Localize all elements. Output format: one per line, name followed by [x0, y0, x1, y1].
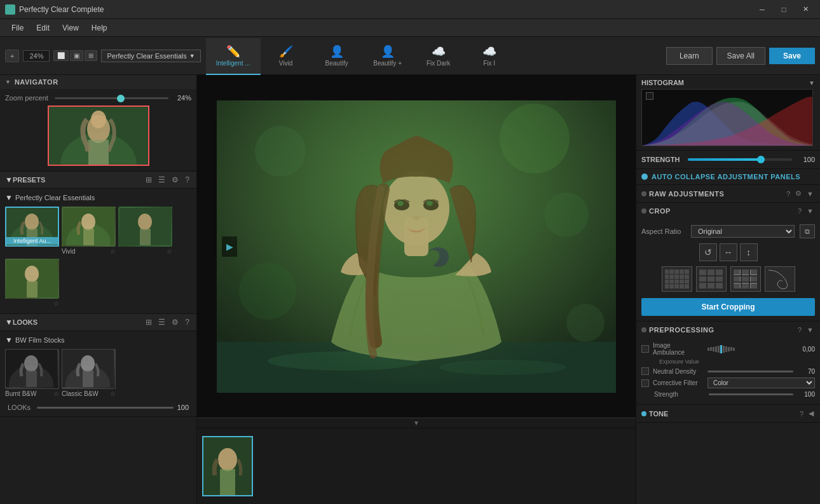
left-arrow-button[interactable]: ▶ — [222, 236, 237, 257]
crop-grid-1[interactable] — [662, 266, 692, 292]
save-button[interactable]: Save — [769, 48, 815, 64]
raw-adj-expand[interactable]: ▼ — [805, 189, 815, 198]
learn-button[interactable]: Learn — [666, 47, 713, 65]
crop-aspect-label: Aspect Ratio — [641, 228, 686, 235]
preset-item-intelligent[interactable]: Intelligent Au... — [5, 207, 59, 256]
menu-help[interactable]: Help — [85, 21, 114, 35]
filmstrip-thumb-1[interactable] — [202, 436, 253, 496]
looks-slider[interactable] — [37, 407, 174, 409]
look-item-burnt[interactable]: Burnt B&W ☆ — [5, 349, 59, 398]
add-button[interactable]: + — [5, 50, 19, 62]
start-cropping-button[interactable]: Start Cropping — [641, 298, 815, 316]
preset-star-1[interactable]: ☆ — [110, 248, 116, 255]
tab-vivid[interactable]: 🖌️ Vivid — [261, 38, 311, 75]
preset-item-4[interactable]: ☆ — [5, 259, 59, 308]
preproc-cf-select[interactable]: Color B&W — [707, 378, 815, 388]
minimize-button[interactable]: ─ — [753, 2, 772, 17]
looks-list-view[interactable]: ☰ — [156, 317, 167, 327]
menu-file[interactable]: File — [5, 21, 30, 35]
preset-item-vivid[interactable]: Vivid ☆ — [62, 207, 116, 256]
maximize-button[interactable]: □ — [774, 2, 793, 17]
menu-view[interactable]: View — [56, 21, 85, 35]
look-label-row-classic: Classic B&W ☆ — [62, 389, 116, 398]
save-all-button[interactable]: Save All — [716, 47, 765, 65]
preproc-nd-value: 70 — [797, 368, 815, 375]
tab-intelligent[interactable]: ✏️ Intelligent ... — [206, 38, 261, 75]
looks-help[interactable]: ? — [183, 317, 191, 327]
strength-fill — [688, 158, 761, 161]
crop-help[interactable]: ? — [796, 207, 803, 215]
presets-list-view[interactable]: ☰ — [156, 175, 167, 185]
looks-toggle[interactable]: ▼ — [5, 318, 13, 327]
raw-adjustments-header[interactable]: RAW ADJUSTMENTS ? ⚙ ▼ — [636, 185, 820, 202]
preset-item-3[interactable]: ☆ — [118, 207, 172, 256]
preprocessing-header[interactable]: PREPROCESSING ? ▼ — [636, 322, 820, 338]
auto-collapse-row[interactable]: AUTO COLLAPSE ADJUSTMENT PANELS — [636, 169, 820, 185]
look-item-classic[interactable]: Classic B&W ☆ — [62, 349, 116, 398]
tone-expand[interactable]: ◀ — [807, 409, 815, 418]
look-thumb-burnt — [5, 349, 59, 389]
preproc-cf-check[interactable] — [641, 379, 649, 387]
crop-flip-v[interactable]: ↕ — [740, 243, 758, 261]
crop-grid-3[interactable] — [730, 266, 761, 292]
preproc-strength-label: Strength — [654, 391, 705, 398]
looks-group-header[interactable]: ▼ BW Film Stocks — [3, 334, 194, 346]
crop-section: CROP ? ▼ Aspect Ratio Original 1:1 4:3 1… — [636, 203, 820, 322]
crop-dot — [641, 208, 646, 214]
tone-help[interactable]: ? — [798, 409, 805, 418]
preset-star-2[interactable]: ☆ — [167, 248, 172, 255]
strip-divider[interactable]: ▼ — [197, 418, 636, 428]
tab-beautify-plus[interactable]: 👤 Beautify + — [362, 38, 413, 75]
presets-toggle[interactable]: ▼ — [5, 175, 13, 184]
preproc-strength-slider[interactable] — [709, 393, 793, 395]
crop-aspect-select[interactable]: Original 1:1 4:3 16:9 — [691, 225, 795, 238]
navigator-zoom-slider[interactable] — [55, 97, 168, 99]
menu-edit[interactable]: Edit — [30, 21, 56, 35]
crop-grid-2[interactable] — [696, 266, 727, 292]
histogram-checkbox[interactable] — [646, 92, 653, 100]
zoom-full-button[interactable]: ⊞ — [85, 50, 97, 61]
crop-rotate-cw[interactable]: ↺ — [699, 243, 717, 261]
zoom-fit-button[interactable]: ⬜ — [53, 50, 69, 61]
raw-adj-help[interactable]: ? — [785, 189, 791, 198]
crop-header[interactable]: CROP ? ▼ — [636, 203, 820, 219]
preproc-ambulance-check[interactable] — [641, 345, 649, 353]
presets-header: ▼ PRESETS ⊞ ☰ ⚙ ? — [0, 172, 196, 189]
strength-slider[interactable] — [688, 158, 792, 161]
tab-fix-dark[interactable]: ☁️ Fix Dark — [413, 38, 464, 75]
tone-icons: ? ◀ — [798, 409, 815, 418]
presets-group-header[interactable]: ▼ Perfectly Clear Essentials — [3, 191, 194, 204]
zoom-fill-button[interactable]: ▣ — [70, 50, 83, 61]
preproc-nd-check[interactable] — [641, 367, 649, 375]
preset-star-3[interactable]: ☆ — [53, 300, 59, 307]
navigator-header[interactable]: ▼ NAVIGATOR — [0, 75, 196, 89]
look-star-classic[interactable]: ☆ — [110, 390, 116, 397]
crop-expand[interactable]: ▼ — [805, 207, 815, 215]
crop-grid-4[interactable] — [765, 266, 795, 292]
fix-icon: ☁️ — [482, 44, 496, 58]
tone-header[interactable]: TONE ? ◀ — [636, 405, 820, 422]
tabs-area: ✏️ Intelligent ... 🖌️ Vivid 👤 Beautify 👤… — [206, 37, 661, 75]
svg-point-33 — [566, 304, 605, 342]
tab-fix[interactable]: ☁️ Fix I — [464, 38, 515, 75]
presets-grid-view[interactable]: ⊞ — [144, 175, 154, 185]
looks-grid-view[interactable]: ⊞ — [144, 317, 154, 327]
raw-adj-settings[interactable]: ⚙ — [794, 189, 803, 198]
look-star-burnt[interactable]: ☆ — [53, 390, 59, 397]
toolbar-left: + 24% ⬜ ▣ ⊞ Perfectly Clear Essentials ▼ — [5, 50, 201, 62]
histogram-title: HISTOGRAM — [641, 79, 684, 86]
preproc-nd-slider[interactable] — [707, 371, 793, 372]
left-panel: ▼ NAVIGATOR Zoom percent 24% — [0, 75, 197, 504]
presets-help[interactable]: ? — [183, 175, 191, 185]
preset-dropdown[interactable]: Perfectly Clear Essentials ▼ — [101, 50, 200, 62]
preproc-help[interactable]: ? — [796, 325, 803, 334]
presets-settings[interactable]: ⚙ — [170, 175, 181, 185]
histogram-expand[interactable]: ▼ — [809, 79, 815, 86]
preproc-expand[interactable]: ▼ — [805, 325, 815, 334]
tab-beautify[interactable]: 👤 Beautify — [311, 38, 362, 75]
crop-flip-h[interactable]: ↔ — [720, 243, 737, 261]
navigator-zoom-value: 24% — [174, 94, 191, 102]
looks-settings[interactable]: ⚙ — [170, 317, 181, 327]
close-button[interactable]: ✕ — [796, 2, 815, 17]
crop-icon-button[interactable]: ⧉ — [800, 224, 815, 238]
